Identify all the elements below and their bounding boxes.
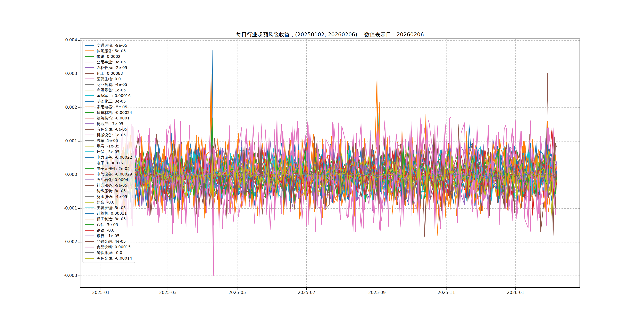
legend-line-sample: [85, 62, 94, 62]
legend-line-sample: [85, 134, 94, 135]
legend-line-sample: [85, 180, 94, 180]
legend-item: 通信: 3e-05: [84, 222, 132, 228]
legend-line-sample: [85, 140, 94, 141]
legend-line-sample: [85, 84, 94, 85]
x-tick-label: 2025-07: [286, 290, 326, 295]
legend-item: 房地产: -7e-05: [84, 121, 132, 126]
legend-label: 非银金融: 4e-05: [96, 239, 126, 244]
legend-line-sample: [85, 230, 94, 230]
legend-item: 化工: 0.00083: [84, 70, 132, 76]
y-tick-label: -0.003: [0, 273, 77, 278]
legend-item: 建筑装饰: -0.0001: [84, 115, 132, 121]
legend-item: 建筑材料: -0.00024: [84, 110, 132, 115]
legend-line-sample: [85, 118, 94, 119]
legend-line-sample: [85, 50, 94, 51]
legend-label: 环保: -5e-05: [96, 149, 120, 154]
legend-item: 基础化工: 3e-05: [84, 98, 132, 104]
legend-line-sample: [85, 236, 94, 236]
legend-label: 计算机: 0.00011: [96, 211, 127, 216]
legend-line-sample: [85, 241, 94, 242]
legend-item: 石油石化: 0.0004: [84, 177, 132, 183]
y-tick-label: 0.004: [0, 38, 77, 42]
y-tick-label: 0.002: [0, 105, 77, 110]
legend-label: 食品饮料: 0.00015: [96, 244, 130, 250]
legend-line-sample: [85, 45, 94, 46]
legend-label: 建筑材料: -0.00024: [96, 110, 132, 115]
legend-label: 轻工制造: 3e-05: [96, 216, 126, 222]
legend-item: 电子: 0.00016: [84, 160, 132, 166]
legend-item: 环保: -5e-05: [84, 149, 132, 155]
x-tick-label: 2025-09: [357, 290, 397, 295]
legend-label: 商业贸易: -4e-05: [96, 82, 127, 87]
legend-item: 电力设备: -0.00022: [84, 155, 132, 160]
legend-line-sample: [85, 124, 94, 124]
legend-item: 纺织服装: 3e-05: [84, 188, 132, 194]
legend-label: 黑色金属: -0.00014: [96, 256, 132, 261]
legend-line-sample: [85, 78, 94, 79]
legend-item: 机械设备: 1e-05: [84, 132, 132, 138]
legend-label: 电力设备: -0.00022: [96, 155, 132, 160]
legend-label: 电气设备: -0.00029: [96, 172, 132, 177]
legend-item: 电气设备: -0.00029: [84, 171, 132, 177]
legend-label: 化工: 0.00083: [96, 71, 123, 76]
legend-label: 国防军工: 0.00016: [96, 93, 130, 98]
legend-item: 医药生物: 0.0: [84, 76, 132, 82]
legend-label: 纺织服饰: -4e-05: [96, 194, 127, 199]
legend-item: 计算机: 0.00011: [84, 211, 132, 216]
legend-item: 公用事业: 3e-05: [84, 60, 132, 65]
legend-line-sample: [85, 247, 94, 248]
legend-item: 综合: -0.0: [84, 199, 132, 205]
legend-line-sample: [85, 190, 94, 192]
legend-label: 房地产: -7e-05: [96, 121, 124, 126]
legend-label: 综合: -0.0: [96, 200, 114, 205]
legend-label: 美容护理: 5e-05: [96, 205, 126, 210]
legend-item: 家用电器: -5e-05: [84, 104, 132, 110]
legend-item: 社会服务: -9e-05: [84, 183, 132, 188]
matplotlib-figure: 每日行业超额风险收益，(20250102, 20260206)， 数值表示日：2…: [0, 0, 644, 322]
legend-label: 休闲服务: 5e-05: [96, 48, 126, 54]
y-tick-label: -0.001: [0, 206, 77, 210]
legend-line-sample: [85, 152, 94, 152]
legend-item: 休闲服务: 5e-05: [84, 48, 132, 54]
legend-line-sample: [85, 258, 94, 258]
legend-item: 传媒: 0.0002: [84, 54, 132, 59]
legend-label: 传媒: 0.0002: [96, 54, 120, 59]
legend-line-sample: [85, 68, 94, 68]
legend-label: 钢铁: -0.0: [96, 228, 114, 233]
legend-item: 农林牧渔: -2e-05: [84, 65, 132, 70]
legend-item: 非银金融: 4e-05: [84, 239, 132, 244]
legend-line-sample: [85, 157, 94, 158]
legend-item: 汽车: 1e-05: [84, 138, 132, 143]
legend-label: 机械设备: 1e-05: [96, 132, 126, 138]
legend-label: 电子元器件: 2e-05: [96, 166, 130, 171]
legend-label: 社会服务: -9e-05: [96, 183, 127, 188]
legend-line-sample: [85, 185, 94, 186]
legend-item: 商业贸易: -4e-05: [84, 82, 132, 87]
y-tick-label: 0.000: [0, 172, 77, 177]
legend-label: 银行: -1e-05: [96, 233, 120, 238]
legend-item: 食品饮料: 0.00015: [84, 244, 132, 250]
y-tick-label: -0.002: [0, 239, 77, 244]
y-tick-label: 0.001: [0, 138, 77, 143]
legend-label: 汽车: 1e-05: [96, 138, 118, 143]
legend-line-sample: [85, 174, 94, 175]
legend-line-sample: [85, 196, 94, 197]
legend-label: 餐饮旅游: -0.0: [96, 250, 122, 256]
legend-line-sample: [85, 106, 94, 107]
legend-item: 煤炭: -1e-05: [84, 143, 132, 149]
legend-label: 纺织服装: 3e-05: [96, 188, 126, 194]
legend-label: 公用事业: 3e-05: [96, 60, 126, 65]
y-tick-label: 0.003: [0, 71, 77, 76]
legend-label: 煤炭: -1e-05: [96, 144, 120, 149]
legend-label: 商贸零售: 1e-05: [96, 88, 126, 93]
legend-line-sample: [85, 213, 94, 214]
x-tick-label: 2025-03: [148, 290, 188, 295]
legend-label: 石油石化: 0.0004: [96, 177, 128, 182]
legend-label: 基础化工: 3e-05: [96, 98, 126, 104]
legend-line-sample: [85, 90, 94, 91]
legend-label: 建筑装饰: -0.0001: [96, 116, 130, 121]
legend-line-sample: [85, 162, 94, 164]
legend-item: 餐饮旅游: -0.0: [84, 250, 132, 256]
x-tick-label: 2025-05: [217, 290, 257, 295]
legend-line-sample: [85, 219, 94, 220]
